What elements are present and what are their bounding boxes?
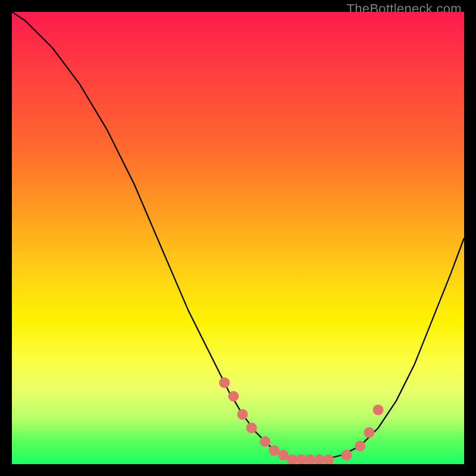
highlight-dots	[219, 377, 383, 464]
highlight-dot	[364, 427, 374, 438]
highlight-dot	[341, 450, 352, 461]
chart-overlay	[12, 12, 464, 464]
highlight-dot	[373, 405, 384, 415]
highlight-dot	[260, 436, 271, 447]
highlight-dot	[219, 377, 230, 388]
highlight-dot	[246, 422, 257, 433]
plot-area	[12, 12, 464, 464]
highlight-dot	[228, 391, 239, 402]
highlight-dot	[237, 409, 248, 419]
bottleneck-curve	[12, 12, 464, 459]
highlight-dot	[355, 441, 365, 452]
stage: TheBottleneck.com	[0, 0, 476, 476]
highlight-dot	[323, 454, 334, 464]
